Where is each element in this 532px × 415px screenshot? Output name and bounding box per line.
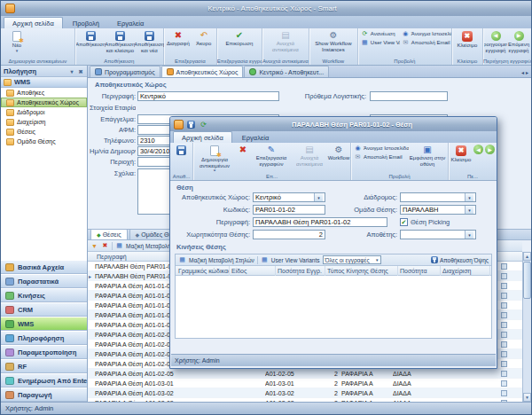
tab-scroll-left-icon[interactable]: ◂ xyxy=(521,69,524,75)
picking-checkbox[interactable] xyxy=(501,322,507,328)
description-field[interactable]: Κεντρικό xyxy=(137,91,279,101)
picking-checkbox[interactable] xyxy=(501,263,507,270)
bulk-edit-icon[interactable]: ▦ xyxy=(178,256,186,264)
table-row[interactable]: ΡΑΦΑΡΙΑ Α Θέση A01-03-01 A01-03-01 2 ΡΑΦ… xyxy=(88,379,522,388)
column-header-barcode[interactable]: Γραμμικός κώδικας xyxy=(176,266,230,276)
chevron-down-icon[interactable]: ▾ xyxy=(465,231,473,239)
send-email-button[interactable]: ✉ Αποστολή Email xyxy=(352,153,409,161)
tree-item[interactable]: Θέσεις xyxy=(1,127,87,137)
module-item[interactable]: CRM xyxy=(1,302,87,317)
refresh-button[interactable]: ⟳ Ανανέωση xyxy=(359,29,400,38)
picking-checkbox[interactable]: ✔ xyxy=(400,218,408,226)
picking-checkbox[interactable] xyxy=(501,332,507,338)
dialog-titlebar[interactable]: ⟳ ΠΑΡΑΛΑΒΗ Θέση PAR01-01-02 - Θέση xyxy=(170,117,497,131)
edit-records-button[interactable]: ✎ Επεξεργασία εγγραφών xyxy=(251,144,292,171)
picking-checkbox[interactable] xyxy=(501,371,507,377)
picking-checkbox-row[interactable]: ✔ Θέση Picking xyxy=(400,218,450,226)
open-objects-button[interactable]: ▤ Ανοιχτά αντικείμενα xyxy=(292,144,327,171)
tab-scroll-right-icon[interactable]: ▸ xyxy=(526,69,528,75)
moves-grid-body[interactable] xyxy=(176,276,491,338)
save-button[interactable]: Αποθήκευση xyxy=(76,29,106,57)
previous-record-icon[interactable]: ◀ xyxy=(473,145,483,154)
scrollbar-thumb[interactable] xyxy=(523,262,531,299)
tab-positions[interactable]: ◆ Θέσεις xyxy=(90,229,128,239)
save-button[interactable] xyxy=(171,144,191,171)
warehouse-combo[interactable]: Κεντρικό ▾ xyxy=(253,192,325,202)
picking-checkbox[interactable] xyxy=(501,302,507,309)
capacity-field[interactable]: 2 xyxy=(253,230,325,239)
dialog-tab-tools[interactable]: Εργαλεία xyxy=(234,132,277,143)
validate-button[interactable]: ✔ Επικύρωση xyxy=(218,29,261,57)
chevron-down-icon[interactable]: ▾ xyxy=(465,206,473,214)
ribbon-tab-tools[interactable]: Εργαλεία xyxy=(109,18,152,28)
scroll-up-icon[interactable]: ▲ xyxy=(523,252,531,261)
next-record-icon[interactable]: ▶ xyxy=(485,145,495,154)
clear-filter-icon[interactable]: ✖ xyxy=(101,242,109,250)
picking-checkbox[interactable] xyxy=(501,380,507,387)
tree-panel-header[interactable]: WMS xyxy=(1,77,87,88)
code-field[interactable]: PAR01-01-02 xyxy=(253,205,325,215)
tree-item[interactable]: Ομάδα Θέσης xyxy=(1,137,87,146)
pin-icon[interactable]: ▾ xyxy=(68,68,75,74)
records-filter-combo[interactable]: Όλες οι εγγραφές ▾ xyxy=(323,255,381,264)
picking-checkbox[interactable] xyxy=(501,273,507,279)
tree-item[interactable]: Διάδρομοι xyxy=(1,107,87,117)
ribbon-tab-home[interactable]: Αρχική σελίδα xyxy=(4,17,63,28)
aisle-combo[interactable]: ▾ xyxy=(400,192,476,202)
save-new-button[interactable]: Αποθήκευση και νέα xyxy=(135,29,164,57)
picking-checkbox[interactable] xyxy=(501,341,507,348)
module-item[interactable]: Παραμετροποίηση xyxy=(1,345,87,359)
vertical-scrollbar[interactable]: ▲ ▼ xyxy=(522,252,531,402)
module-item[interactable]: Πληροφόρηση xyxy=(1,331,87,345)
module-item[interactable]: Παραστατικά xyxy=(1,274,87,288)
module-item[interactable]: Κινήσεις xyxy=(1,288,87,302)
delete-button[interactable]: ✖ xyxy=(235,144,251,171)
tree-item[interactable]: Αποθήκες xyxy=(1,88,87,98)
window-titlebar[interactable]: Κεντρικό - Αποθηκευτικός Χώρος - Smart xyxy=(1,1,531,16)
table-row[interactable]: ΡΑΦΑΡΙΑ Α Θέση A01-03-02 A01-03-02 2 ΡΑΦ… xyxy=(88,388,522,398)
module-item[interactable]: WMS xyxy=(1,317,87,331)
picking-checkbox[interactable] xyxy=(501,361,507,367)
scroll-down-icon[interactable]: ▼ xyxy=(523,393,531,402)
dialog-tab-home[interactable]: Αρχική σελίδα xyxy=(173,131,232,143)
tree-item[interactable]: Αποθηκευτικός Χώρος xyxy=(1,98,87,107)
tree-item[interactable]: Διαχείριση xyxy=(1,117,87,127)
doc-tab-scheduling[interactable]: Προγραμματισμός xyxy=(90,66,160,77)
new-button[interactable]: Νέο ▾ xyxy=(2,29,32,57)
cancel-button[interactable]: ↶ Άκυρο xyxy=(192,29,216,57)
picking-checkbox[interactable] xyxy=(501,283,507,289)
next-record-button[interactable]: ▶ Επόμενη εγγραφή xyxy=(507,29,530,57)
column-header-item[interactable]: Είδος xyxy=(230,266,276,276)
open-webpage-button[interactable]: ◉ Άνοιγμα Ιστοσελίδας xyxy=(352,144,409,153)
save-close-button[interactable]: Αποθήκευση και κλείσιμο xyxy=(106,29,135,57)
position-group-combo[interactable]: ΠΑΡΑΛΑΒΗ ▾ xyxy=(400,205,476,215)
user-view-variants-button[interactable]: ▦ User View Variants xyxy=(359,38,400,47)
previous-record-button[interactable]: ◀ Προηγούμενη εγγραφή xyxy=(484,29,507,57)
picking-checkbox[interactable] xyxy=(501,312,507,318)
filter-icon[interactable]: ▼ xyxy=(90,242,98,250)
workflow-button[interactable]: ⚙ Workflow xyxy=(327,144,350,171)
variants-icon[interactable]: ▦ xyxy=(261,256,269,264)
panel-close-icon[interactable]: ✖ xyxy=(77,68,84,74)
user-view-variants-button[interactable]: User View Variants xyxy=(271,257,320,263)
open-objects-button[interactable]: ▤ Ανοιχτά αντικείμενα xyxy=(263,29,308,57)
doc-tab-warehouse-space[interactable]: Αποθηκευτικός Χώρος xyxy=(161,66,244,77)
bulk-edit-icon[interactable]: ▦ xyxy=(115,242,123,250)
accounting-prefix-field[interactable] xyxy=(370,91,448,101)
module-item[interactable]: Βασικά Αρχεία xyxy=(1,260,87,274)
depositor-combo[interactable]: ▾ xyxy=(400,230,476,239)
show-on-screen-button[interactable]: ▣ Εμφάνιση στην οθόνη xyxy=(409,144,446,171)
create-objects-button[interactable]: Δημιουργία αντικειμένων ▾ xyxy=(194,144,235,171)
description-field[interactable]: ΠΑΡΑΛΑΒΗ Θέση PAR01-01-02 xyxy=(253,217,387,227)
column-header-quantity[interactable]: Ποσότητα xyxy=(398,266,441,276)
quick-refresh-button[interactable]: ⟳ xyxy=(199,120,208,129)
close-button[interactable]: ✖ Κλείσιμο xyxy=(450,144,473,171)
module-item[interactable]: Παραγωγή xyxy=(1,388,87,402)
chevron-down-icon[interactable]: ▾ xyxy=(314,193,323,201)
column-header-move-type[interactable]: Τύπος Κίνησης Θέσης xyxy=(325,266,398,276)
send-email-button[interactable]: ✉ Αποστολή Email xyxy=(400,38,451,47)
ribbon-tab-view[interactable]: Προβολή xyxy=(65,18,107,28)
picking-checkbox[interactable] xyxy=(501,293,507,299)
quick-save-button[interactable] xyxy=(186,120,196,129)
save-view-button[interactable]: Αποθήκευση Όψης xyxy=(431,256,489,263)
